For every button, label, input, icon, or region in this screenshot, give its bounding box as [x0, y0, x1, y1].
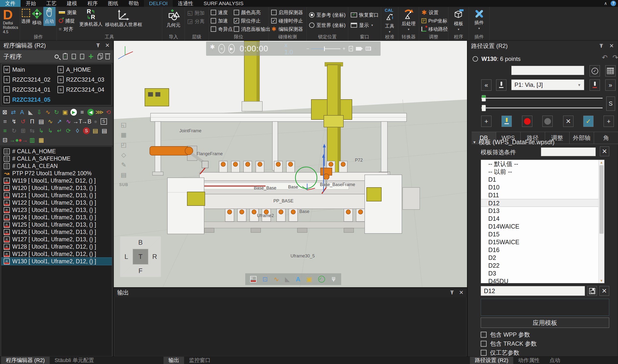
- clipboard-icon[interactable]: [63, 53, 68, 59]
- menu-item[interactable]: 开始: [21, 0, 41, 7]
- add-program-icon[interactable]: +: [88, 53, 94, 59]
- rewind-button[interactable]: «: [218, 44, 225, 53]
- snap-button[interactable]: 捕捉: [59, 17, 77, 25]
- path-radio-icon[interactable]: [473, 56, 478, 62]
- subprogram-item[interactable]: S R2ZC3214_02: [3, 76, 56, 84]
- viewport-3d[interactable]: JointFrameFlangeFrameP72Base_BaseBaseBas…: [114, 41, 467, 287]
- statement-tool-icon[interactable]: ↯: [10, 117, 18, 125]
- help-icon[interactable]: ?: [611, 1, 616, 6]
- statement-row[interactable]: W128 [ Utool1, Uframe2, D12, () ]: [1, 243, 112, 250]
- statement-tool-icon[interactable]: ▤: [37, 117, 45, 125]
- close-icon[interactable]: ✕: [459, 289, 464, 296]
- search-icon[interactable]: [55, 54, 59, 59]
- template-list-item[interactable]: D45DU: [481, 277, 604, 283]
- template-list-item[interactable]: D13: [481, 207, 604, 215]
- move-torch-button[interactable]: [502, 116, 512, 127]
- add-point-before-button[interactable]: +: [481, 116, 492, 127]
- last-point-button[interactable]: »: [605, 79, 616, 91]
- statement-tool-icon[interactable]: ↗: [55, 117, 63, 125]
- statement-tool-icon[interactable]: ▥: [28, 136, 36, 144]
- robot-reach-icon[interactable]: ⋔: [331, 275, 336, 283]
- fit-view-icon[interactable]: ◱: [121, 121, 127, 128]
- first-point-button[interactable]: «: [481, 79, 492, 91]
- dock-tab[interactable]: 路径设置 (R2): [470, 357, 513, 364]
- play-button[interactable]: ▶: [228, 44, 235, 53]
- speed-plus-icon[interactable]: +: [343, 46, 345, 52]
- statement-tool-icon[interactable]: ▤: [91, 127, 99, 135]
- subprogram-item[interactable]: S R2ZC3214_03: [56, 76, 110, 84]
- display-button[interactable]: 显示▼: [351, 20, 381, 30]
- import-program-icon[interactable]: [72, 54, 76, 59]
- path-range-slider[interactable]: [481, 105, 603, 111]
- template-list-item[interactable]: D16: [481, 246, 604, 254]
- add-point-after-button[interactable]: +: [604, 116, 614, 127]
- statement-tool-icon[interactable]: ∿: [46, 117, 54, 125]
- statement-tool-icon[interactable]: ⇄: [10, 108, 17, 116]
- template-section-header[interactable]: ▼ 模板 (WPS_DataFile.wpsdf): [473, 138, 555, 146]
- statement-row[interactable]: W130 [ Utool1, Uframe2, D12, () ]: [1, 258, 112, 265]
- statement-row[interactable]: W129 [ Utool1, Uframe2, D12, () ]: [1, 250, 112, 258]
- statement-tool-icon[interactable]: S: [101, 118, 107, 125]
- statement-tool-icon[interactable]: ●: [92, 117, 100, 125]
- lock-radio[interactable]: 至世界 (坐标): [309, 20, 348, 30]
- point-table-button[interactable]: [605, 65, 616, 77]
- limit-checkbox[interactable]: 速度: [211, 8, 233, 17]
- film-export-icon[interactable]: [366, 47, 371, 51]
- statement-row[interactable]: W125 [ Utool1, Uframe2, D13, () ]: [1, 221, 112, 228]
- frame-select-icon[interactable]: ▣: [306, 275, 312, 283]
- menu-item[interactable]: DELFOI: [144, 0, 173, 7]
- menu-item[interactable]: 程序: [82, 0, 103, 7]
- point-selector-dropdown[interactable]: P1: Via, [J] ▼: [511, 79, 584, 90]
- statement-tool-icon[interactable]: ↺: [19, 117, 27, 125]
- speed-slider[interactable]: [311, 48, 341, 49]
- template-list-item[interactable]: D1: [481, 176, 604, 183]
- menu-item[interactable]: 图纸: [103, 0, 123, 7]
- statement-tool-icon[interactable]: →●: [10, 136, 18, 144]
- align-button[interactable]: ⌗对齐: [59, 25, 77, 33]
- template-option-checkbox[interactable]: 包含 WPP 参数: [481, 331, 530, 338]
- collapse-ribbon-icon[interactable]: ∧: [604, 1, 607, 6]
- statement-tool-icon[interactable]: →B: [82, 117, 91, 125]
- view-mode-icon[interactable]: ◰: [121, 142, 127, 148]
- menu-item[interactable]: 工艺: [41, 0, 62, 7]
- detach-button[interactable]: ◲分离: [187, 17, 208, 26]
- delete-program-icon[interactable]: [106, 55, 110, 59]
- attach-button[interactable]: ◱附加: [187, 9, 208, 17]
- template-list-item[interactable]: D22: [481, 261, 604, 269]
- path-doc-icon[interactable]: ⊡: [262, 275, 268, 283]
- s-toggle-button[interactable]: S: [606, 97, 615, 111]
- template-list-item[interactable]: D11: [481, 191, 604, 199]
- template-list-item[interactable]: D12: [481, 199, 604, 207]
- export-program-icon[interactable]: [80, 54, 84, 59]
- tool-calibration-button[interactable]: CAL 工具 ▼: [381, 7, 398, 33]
- statement-tool-icon[interactable]: ▦: [37, 136, 45, 144]
- data-tab[interactable]: 外部轴: [570, 132, 594, 144]
- curve-icon[interactable]: ◣: [285, 275, 290, 283]
- jog-button[interactable]: 点动: [43, 7, 55, 26]
- statement-tool-icon[interactable]: ≡: [1, 127, 9, 135]
- statement-tool-icon[interactable]: ↵: [55, 127, 63, 135]
- statement-tool-icon[interactable]: ◊: [73, 127, 82, 135]
- statement-tool-icon[interactable]: ⌗: [1, 117, 9, 125]
- confirm-point-button[interactable]: ✓: [590, 65, 600, 77]
- statement-tool-icon[interactable]: ◀: [87, 109, 94, 116]
- sub-mode-label[interactable]: SUB: [119, 182, 128, 188]
- template-list-item[interactable]: D14WAICE: [481, 222, 604, 230]
- pdf-export-icon[interactable]: [349, 46, 353, 51]
- statement-tool-icon[interactable]: ●→: [19, 136, 27, 144]
- menu-item[interactable]: SURF ANALYSIS: [198, 0, 249, 7]
- statement-tool-icon[interactable]: ⊟: [1, 136, 9, 144]
- annotation-a-icon[interactable]: A: [296, 275, 300, 283]
- dock-tab[interactable]: 动作属性: [513, 357, 545, 364]
- scroll-up-icon[interactable]: ▲: [599, 160, 604, 164]
- layers-icon[interactable]: ▤: [121, 172, 127, 178]
- record-disabled-button[interactable]: [542, 116, 553, 127]
- move-path-button[interactable]: 移动路径: [422, 25, 448, 33]
- statement-tool-icon[interactable]: ⊞: [19, 127, 27, 135]
- statement-row[interactable]: # CALL A_HOME: [1, 148, 112, 155]
- points-icon[interactable]: ∿: [274, 275, 279, 283]
- torch-to-point-button[interactable]: [496, 79, 506, 91]
- statement-tool-icon[interactable]: A: [18, 108, 26, 116]
- save-template-button[interactable]: [587, 286, 597, 296]
- subprogram-item[interactable]: S R2ZC3214_01: [3, 86, 56, 94]
